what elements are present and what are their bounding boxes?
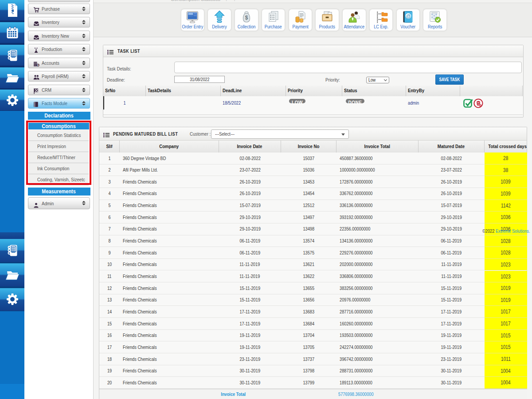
svg-text:$: $	[245, 15, 248, 21]
svg-text:@: @	[406, 13, 411, 19]
svg-text:$: $	[37, 63, 39, 66]
